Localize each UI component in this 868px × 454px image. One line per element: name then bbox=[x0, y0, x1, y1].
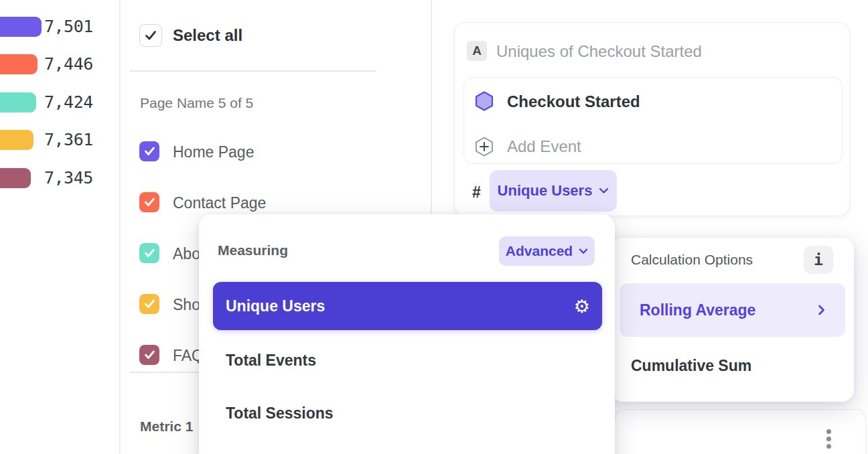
measure-type-symbol: # bbox=[472, 183, 481, 202]
add-event-icon bbox=[473, 135, 496, 158]
legend-value: 7,446 bbox=[44, 54, 93, 74]
item-checkbox[interactable] bbox=[139, 192, 159, 212]
measured-as-value: Unique Users bbox=[498, 182, 593, 200]
item-checkbox[interactable] bbox=[139, 141, 159, 161]
legend-color-bar bbox=[0, 168, 31, 188]
measuring-popup: Measuring Advanced Unique Users ⚙ Total … bbox=[199, 214, 615, 454]
check-icon bbox=[144, 147, 155, 156]
advanced-dropdown[interactable]: Advanced bbox=[499, 236, 595, 266]
item-checkbox[interactable] bbox=[139, 345, 159, 365]
legend-color-bar bbox=[0, 130, 33, 150]
advanced-label: Advanced bbox=[506, 243, 573, 259]
menu-item-cumulative-sum[interactable]: Cumulative Sum bbox=[631, 357, 751, 375]
divider bbox=[129, 70, 376, 72]
check-icon bbox=[144, 299, 155, 309]
legend-value: 7,345 bbox=[44, 168, 93, 188]
menu-item-rolling-average[interactable]: Rolling Average bbox=[620, 283, 845, 337]
analytics-app: 7,501 7,446 7,424 7,361 7,345 Select all bbox=[0, 0, 868, 454]
item-label[interactable]: Contact Page bbox=[173, 194, 266, 212]
event-hexagon-icon bbox=[473, 90, 496, 112]
event-name[interactable]: Checkout Started bbox=[507, 92, 640, 111]
check-icon bbox=[144, 198, 155, 207]
item-checkbox[interactable] bbox=[139, 243, 159, 263]
legend-color-bar bbox=[0, 17, 42, 37]
measuring-header: Measuring bbox=[218, 242, 288, 258]
menu-item-total-events[interactable]: Total Events bbox=[226, 352, 316, 370]
info-icon[interactable]: i bbox=[804, 246, 833, 274]
event-list-card: Checkout Started Add Event bbox=[463, 77, 843, 164]
calculation-options-header: Calculation Options bbox=[631, 252, 753, 268]
kebab-dot bbox=[826, 429, 831, 434]
item-checkbox[interactable] bbox=[139, 294, 159, 314]
check-icon bbox=[145, 30, 157, 41]
menu-item-label: Unique Users bbox=[226, 297, 325, 315]
event-builder-card: A Uniques of Checkout Started Checkout S… bbox=[454, 22, 850, 216]
check-icon bbox=[144, 350, 155, 360]
legend-value: 7,501 bbox=[44, 17, 93, 37]
select-all-checkbox[interactable] bbox=[139, 24, 162, 47]
metric-label: Metric 1 bbox=[140, 419, 193, 435]
menu-item-label: Rolling Average bbox=[640, 301, 755, 319]
add-event-label[interactable]: Add Event bbox=[507, 137, 581, 156]
legend-color-bar bbox=[0, 92, 36, 112]
chevron-right-icon bbox=[818, 305, 825, 315]
menu-item-unique-users-selected[interactable]: Unique Users ⚙ bbox=[213, 282, 602, 330]
calculation-options-popup: Calculation Options i Rolling Average Cu… bbox=[611, 238, 854, 402]
more-options-icon[interactable] bbox=[826, 429, 831, 449]
measured-as-dropdown[interactable]: Unique Users bbox=[490, 170, 617, 212]
next-metric-card bbox=[614, 409, 866, 454]
legend-value: 7,361 bbox=[44, 130, 93, 150]
item-label[interactable]: Home Page bbox=[173, 143, 254, 161]
panel-divider bbox=[119, 0, 121, 454]
group-label: Page Name 5 of 5 bbox=[140, 95, 253, 111]
metric-title-input[interactable]: Uniques of Checkout Started bbox=[496, 42, 702, 61]
chevron-down-icon bbox=[599, 187, 609, 194]
series-badge: A bbox=[467, 41, 487, 61]
kebab-dot bbox=[826, 444, 831, 449]
legend-color-bar bbox=[0, 54, 38, 74]
chevron-down-icon bbox=[579, 248, 588, 254]
check-icon bbox=[144, 248, 155, 258]
menu-item-total-sessions[interactable]: Total Sessions bbox=[226, 404, 334, 423]
legend-value: 7,424 bbox=[44, 92, 93, 112]
kebab-dot bbox=[826, 437, 831, 441]
gear-icon[interactable]: ⚙ bbox=[574, 297, 590, 315]
select-all-label[interactable]: Select all bbox=[173, 26, 242, 45]
